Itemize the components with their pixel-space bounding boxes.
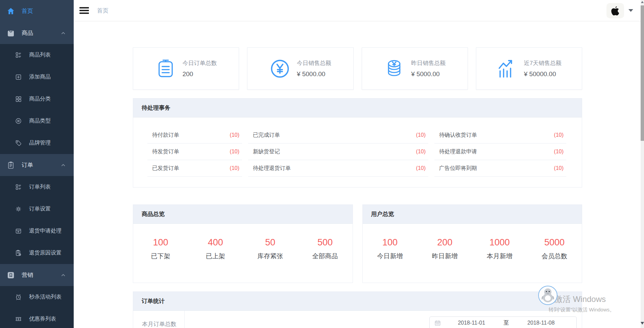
sidebar-item-label: 退货原因设置: [29, 249, 62, 257]
todo-item[interactable]: 已发货订单 (10): [147, 160, 242, 177]
product-type-icon: [15, 117, 22, 125]
scrollbar-thumb[interactable]: [641, 5, 644, 141]
sidebar-item-label: 退货申请处理: [29, 227, 62, 235]
panel-title: 用户总览: [363, 205, 582, 224]
overview-stat[interactable]: 200 昨日新增: [418, 237, 472, 283]
todo-item[interactable]: 广告位即将到期 (10): [434, 160, 566, 177]
sidebar-item-home[interactable]: 首页: [0, 0, 74, 22]
stat-card-label: 昨日销售总额: [411, 59, 446, 67]
sidebar-item-label: 品牌管理: [29, 139, 51, 147]
sidebar-item-return-reason[interactable]: 退货原因设置: [0, 242, 74, 264]
add-product-icon: [15, 73, 22, 81]
qq-penguin-icon[interactable]: [538, 286, 557, 305]
sidebar-item-order-list[interactable]: 订单列表: [0, 176, 74, 198]
order-total-icon: [155, 58, 176, 79]
stat-card-sales-today: 今日销售总额 ¥ 5000.00: [247, 47, 353, 90]
overview-stat-label: 今日新增: [363, 252, 418, 261]
trend-chart-icon: [497, 58, 518, 79]
overview-stat[interactable]: 5000 会员总数: [527, 237, 582, 283]
sidebar-group-marketing[interactable]: 营销: [0, 264, 74, 286]
todo-item[interactable]: 已完成订单 (10): [248, 127, 428, 144]
sidebar-group-label: 商品: [22, 29, 33, 37]
date-start-value[interactable]: 2018-11-01: [441, 320, 502, 326]
avatar[interactable]: [606, 3, 624, 18]
todo-item[interactable]: 待付款订单 (10): [147, 127, 242, 144]
app-root: 首页 商品 商品列表 添加商品: [0, 0, 644, 328]
chevron-up-icon: [61, 163, 66, 168]
overview-stat-label: 已上架: [188, 252, 243, 261]
overview-stat[interactable]: 500 全部商品: [297, 237, 352, 283]
sidebar-item-return-apply[interactable]: 退货申请处理: [0, 220, 74, 242]
todo-count: (10): [230, 149, 239, 155]
sidebar: 首页 商品 商品列表 添加商品: [0, 0, 74, 328]
todo-count: (10): [554, 132, 564, 138]
stat-card-label: 今日销售总额: [297, 59, 331, 67]
sidebar-item-label: 订单设置: [29, 205, 51, 213]
overview-stat[interactable]: 400 已上架: [188, 237, 243, 283]
todo-label: 待处理退款申请: [439, 148, 477, 155]
todo-item[interactable]: 新缺货登记 (10): [248, 144, 428, 160]
sidebar-item-brand-management[interactable]: 品牌管理: [0, 132, 74, 154]
todo-item[interactable]: 待处理退货订单 (10): [248, 160, 428, 177]
user-overview-body: 100 今日新增 200 昨日新增 1000 本月新增 5000: [363, 224, 582, 283]
todo-column: 已完成订单 (10) 新缺货登记 (10) 待处理退货订单 (10): [248, 127, 428, 177]
hamburger-menu-button[interactable]: [79, 7, 89, 14]
scrollbar-down-arrow-icon[interactable]: [641, 322, 644, 325]
stat-card-value: 200: [183, 70, 217, 78]
stat-card-meta: 今日订单总数 200: [183, 59, 217, 78]
brand-icon: [15, 139, 22, 147]
todo-count: (10): [416, 132, 426, 138]
todo-label: 已发货订单: [152, 165, 179, 172]
overview-stat[interactable]: 1000 本月新增: [472, 237, 527, 283]
order-metric-label: 本月订单总数: [142, 320, 184, 328]
overview-stat[interactable]: 100 今日新增: [363, 237, 418, 283]
overview-stat[interactable]: 50 库存紧张: [243, 237, 297, 283]
sidebar-item-coupon-list[interactable]: 优惠券列表: [0, 308, 74, 328]
todo-item[interactable]: 待处理退款申请 (10): [434, 144, 566, 160]
scrollbar[interactable]: [641, 0, 644, 328]
sidebar-item-flash-sale-list[interactable]: 秒杀活动列表: [0, 286, 74, 308]
stat-card-meta: 昨日销售总额 ¥ 5000.00: [411, 59, 446, 78]
sidebar-item-product-list[interactable]: 商品列表: [0, 44, 74, 66]
date-range-picker[interactable]: 2018-11-01 至 2018-11-08: [429, 316, 577, 328]
order-list-icon: [15, 183, 22, 191]
stat-card-meta: 今日销售总额 ¥ 5000.00: [297, 59, 331, 78]
panel-title: 待处理事务: [133, 99, 582, 117]
sidebar-item-product-category[interactable]: 商品分类: [0, 88, 74, 110]
chevron-up-icon: [61, 31, 66, 36]
topbar-right: [606, 3, 633, 18]
sidebar-item-label: 添加商品: [29, 73, 51, 81]
sidebar-group-order[interactable]: 订单: [0, 154, 74, 176]
stat-card-label: 今日订单总数: [183, 59, 217, 67]
stat-cards-row: 今日订单总数 200 今日销售总额 ¥ 5000.00: [133, 47, 582, 90]
calendar-icon: [434, 320, 441, 326]
sidebar-group-product[interactable]: 商品: [0, 22, 74, 44]
caret-down-icon[interactable]: [628, 9, 633, 12]
todo-count: (10): [416, 149, 426, 155]
overview-row: 商品总览 100 已下架 400 已上架 50 库存紧张: [133, 196, 582, 283]
todo-column: 待确认收货订单 (10) 待处理退款申请 (10) 广告位即将到期 (10): [434, 127, 566, 177]
overview-stat-value: 100: [133, 237, 188, 248]
sidebar-item-add-product[interactable]: 添加商品: [0, 66, 74, 88]
sidebar-item-label: 秒杀活动列表: [29, 293, 62, 301]
sidebar-item-product-type[interactable]: 商品类型: [0, 110, 74, 132]
overview-stat[interactable]: 100 已下架: [133, 237, 188, 283]
stat-card-value: ¥ 5000.00: [411, 70, 446, 78]
product-bag-icon: [7, 29, 15, 37]
todo-label: 待确认收货订单: [439, 132, 477, 139]
apple-logo-icon: [611, 5, 620, 16]
overview-stat-label: 本月新增: [472, 252, 527, 261]
overview-stat-value: 500: [297, 237, 352, 248]
stat-card-label: 近7天销售总额: [524, 59, 562, 67]
todo-item[interactable]: 待发货订单 (10): [147, 144, 242, 160]
overview-stat-label: 昨日新增: [418, 252, 472, 261]
todo-count: (10): [416, 165, 426, 171]
breadcrumb: 首页: [97, 7, 109, 15]
sidebar-item-order-settings[interactable]: 订单设置: [0, 198, 74, 220]
scrollbar-up-arrow-icon[interactable]: [641, 1, 644, 3]
sidebar-group-label: 订单: [22, 161, 33, 169]
overview-stat-value: 1000: [472, 237, 527, 248]
todo-item[interactable]: 待确认收货订单 (10): [434, 127, 566, 144]
sidebar-item-label: 商品分类: [29, 95, 51, 103]
date-end-value[interactable]: 2018-11-08: [510, 320, 572, 326]
